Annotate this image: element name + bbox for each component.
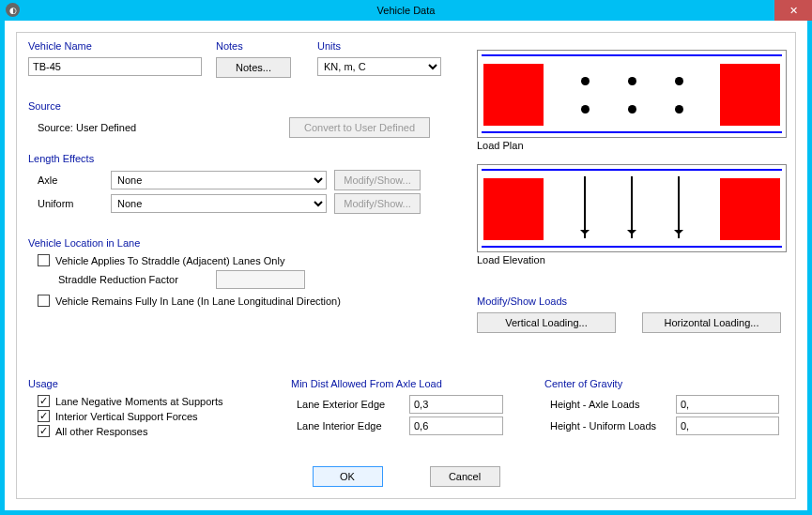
title-bar: ◐ Vehicle Data ✕ [0, 0, 812, 21]
mindist-int-input[interactable] [409, 417, 503, 435]
remains-label: Vehicle Remains Fully In Lane (In Lane L… [55, 295, 341, 307]
horizontal-loading-button[interactable]: Horizontal Loading... [642, 312, 781, 333]
group-title-length-effects: Length Effects [28, 153, 446, 164]
group-units: Units KN, m, C [317, 40, 441, 76]
app-icon: ◐ [6, 3, 20, 17]
group-title-vehicle-name: Vehicle Name [28, 40, 202, 52]
usage-int-row: ✓ Interior Vertical Support Forces [28, 410, 272, 422]
ok-button[interactable]: OK [313, 466, 383, 487]
usage-all-row: ✓ All other Responses [28, 425, 272, 437]
mindist-ext-label: Lane Exterior Edge [291, 399, 402, 410]
mindist-int-label: Lane Interior Edge [291, 420, 402, 432]
group-location: Vehicle Location in Lane Vehicle Applies… [28, 237, 446, 310]
convert-button[interactable]: Convert to User Defined [289, 117, 430, 138]
usage-all-label: All other Responses [55, 426, 147, 437]
usage-all-checkbox[interactable]: ✓ [38, 425, 50, 437]
usage-neg-label: Lane Negative Moments at Supports [55, 396, 223, 407]
axle-modify-button[interactable]: Modify/Show... [334, 170, 421, 190]
group-title-cog: Center of Gravity [544, 378, 789, 389]
group-usage: Usage ✓ Lane Negative Moments at Support… [28, 378, 272, 440]
usage-int-checkbox[interactable]: ✓ [38, 410, 50, 422]
group-min-dist: Min Dist Allowed From Axle Load Lane Ext… [291, 378, 522, 438]
axle-label: Axle [28, 174, 103, 186]
usage-neg-row: ✓ Lane Negative Moments at Supports [28, 395, 272, 407]
vertical-loading-button[interactable]: Vertical Loading... [477, 312, 616, 333]
group-title-usage: Usage [28, 378, 272, 389]
window-title: Vehicle Data [377, 5, 436, 16]
group-title-notes: Notes [216, 40, 296, 52]
reduction-input[interactable] [216, 270, 305, 289]
window-body: Vehicle Name Notes Notes... Units KN, m,… [5, 21, 807, 510]
load-plan-preview [477, 50, 787, 138]
group-loads: Modify/Show Loads Vertical Loading... Ho… [477, 295, 787, 336]
close-icon: ✕ [789, 5, 798, 17]
cancel-button[interactable]: Cancel [430, 466, 500, 487]
usage-int-label: Interior Vertical Support Forces [55, 411, 198, 422]
notes-button[interactable]: Notes... [216, 57, 291, 78]
units-select[interactable]: KN, m, C [317, 57, 441, 76]
close-button[interactable]: ✕ [774, 0, 812, 21]
cog-unif-input[interactable] [676, 417, 779, 435]
action-bar: OK Cancel [17, 466, 795, 487]
uniform-label: Uniform [28, 198, 103, 209]
source-label: Source: User Defined [28, 122, 282, 133]
cog-unif-label: Height - Uniform Loads [544, 420, 668, 432]
straddle-checkbox[interactable] [38, 254, 50, 266]
reduction-label: Straddle Reduction Factor [58, 274, 208, 285]
group-title-units: Units [317, 40, 441, 52]
group-title-loads: Modify/Show Loads [477, 295, 787, 307]
usage-neg-checkbox[interactable]: ✓ [38, 395, 50, 407]
uniform-modify-button[interactable]: Modify/Show... [334, 193, 421, 214]
axle-select[interactable]: None [111, 171, 327, 189]
group-title-location: Vehicle Location in Lane [28, 237, 446, 249]
straddle-checkbox-row: Vehicle Applies To Straddle (Adjacent) L… [28, 254, 446, 266]
dialog-panel: Vehicle Name Notes Notes... Units KN, m,… [16, 32, 796, 499]
group-title-min-dist: Min Dist Allowed From Axle Load [291, 378, 522, 389]
load-plan-label: Load Plan [477, 140, 524, 151]
load-elevation-preview [477, 164, 787, 252]
remains-checkbox[interactable] [38, 295, 50, 307]
cog-axle-label: Height - Axle Loads [544, 399, 668, 410]
group-title-source: Source [28, 100, 446, 112]
group-notes: Notes Notes... [216, 40, 296, 78]
cog-axle-input[interactable] [676, 395, 779, 414]
group-cog: Center of Gravity Height - Axle Loads He… [544, 378, 789, 438]
group-length-effects: Length Effects Axle None Modify/Show... … [28, 153, 446, 217]
group-vehicle-name: Vehicle Name [28, 40, 202, 76]
group-source: Source Source: User Defined Convert to U… [28, 100, 446, 141]
load-elevation-label: Load Elevation [477, 254, 545, 265]
uniform-select[interactable]: None [111, 194, 327, 213]
mindist-ext-input[interactable] [409, 395, 503, 414]
vehicle-name-input[interactable] [28, 57, 202, 76]
remains-checkbox-row: Vehicle Remains Fully In Lane (In Lane L… [28, 295, 446, 307]
straddle-label: Vehicle Applies To Straddle (Adjacent) L… [55, 255, 284, 266]
